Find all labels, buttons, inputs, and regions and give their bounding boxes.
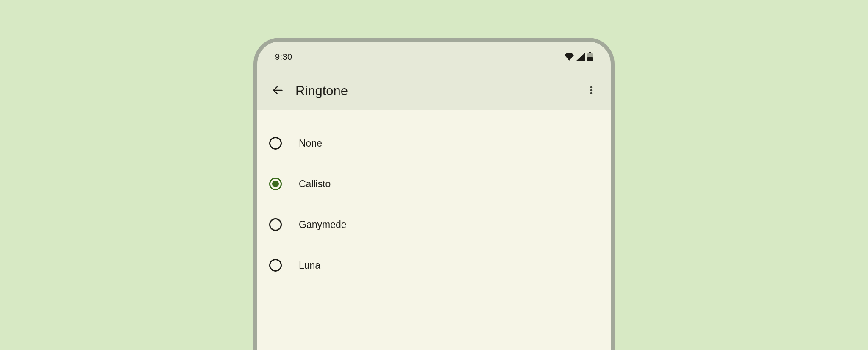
- ringtone-label: None: [299, 138, 322, 149]
- radio-icon: [269, 178, 282, 190]
- ringtone-option-luna[interactable]: Luna: [257, 250, 611, 281]
- more-vert-icon: [586, 85, 596, 97]
- radio-icon: [269, 218, 282, 231]
- svg-rect-0: [589, 52, 591, 53]
- app-bar: Ringtone: [257, 72, 611, 110]
- arrow-back-icon: [272, 84, 284, 98]
- status-time: 9:30: [275, 52, 292, 62]
- ringtone-label: Ganymede: [299, 219, 347, 231]
- svg-point-5: [590, 89, 593, 92]
- svg-rect-2: [587, 57, 593, 61]
- status-bar: 9:30: [257, 42, 611, 72]
- ringtone-option-ganymede[interactable]: Ganymede: [257, 209, 611, 240]
- ringtone-option-callisto[interactable]: Callisto: [257, 169, 611, 199]
- cellular-icon: [576, 53, 585, 61]
- status-icons: [564, 52, 593, 61]
- device-frame: 9:30: [253, 38, 615, 350]
- back-button[interactable]: [266, 79, 289, 103]
- wifi-icon: [564, 53, 574, 61]
- more-button[interactable]: [579, 79, 603, 103]
- ringtone-list: None Callisto Ganymede Luna: [257, 110, 611, 350]
- ringtone-label: Luna: [299, 260, 320, 271]
- svg-point-6: [590, 92, 593, 94]
- ringtone-option-none[interactable]: None: [257, 128, 611, 158]
- radio-icon: [269, 137, 282, 150]
- radio-icon: [269, 259, 282, 272]
- page-title: Ringtone: [295, 83, 579, 99]
- svg-point-4: [590, 86, 593, 89]
- battery-icon: [587, 52, 593, 61]
- ringtone-label: Callisto: [299, 178, 331, 190]
